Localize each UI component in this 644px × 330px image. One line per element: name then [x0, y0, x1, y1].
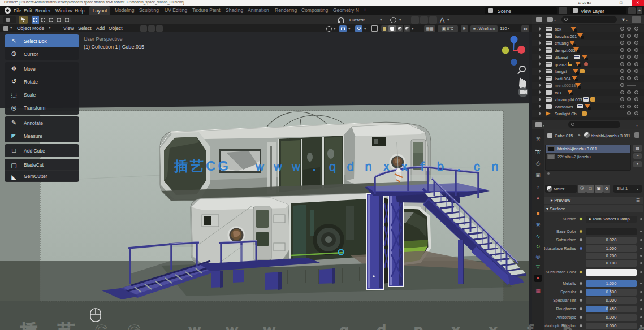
- svg-text:(1) Collection 1 | Cube.015: (1) Collection 1 | Cube.015: [84, 44, 144, 50]
- svg-text:ｗｗｗ．ｑｄｎｘｘｆｂ．ｃｎ: ｗｗｗ．ｑｄｎｘｘｆｂ．ｃｎ: [253, 159, 507, 173]
- svg-text:User Perspective: User Perspective: [84, 36, 123, 42]
- svg-text:插艺CG: 插艺CG: [174, 158, 231, 173]
- svg-text:插艺CG ｗｗｗ．ｑｄｎｘｘｆｂ．ｃｎ: 插艺CG ｗｗｗ．ｑｄｎｘｘｆｂ．ｃｎ: [20, 321, 644, 330]
